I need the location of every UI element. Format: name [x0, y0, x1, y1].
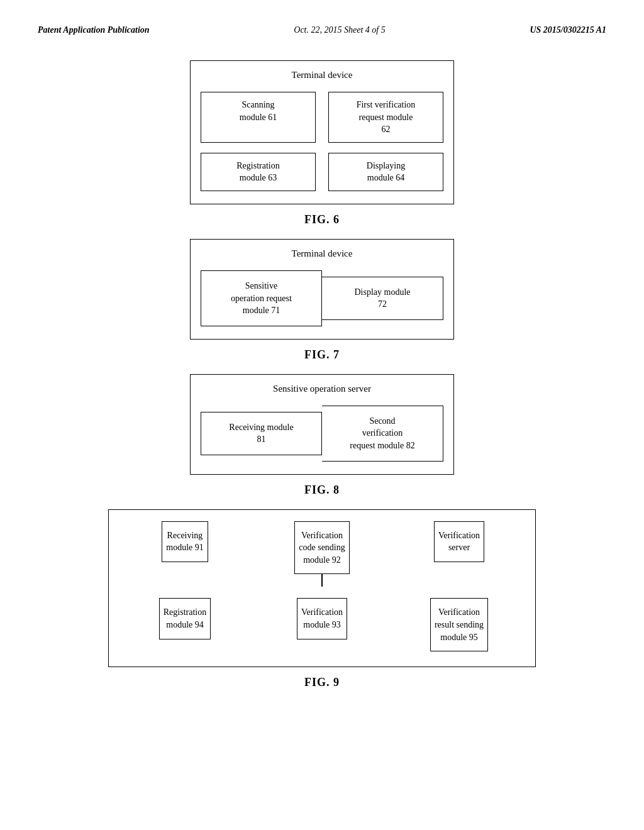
fig8-wrapper: Sensitive operation server Receiving mod… — [190, 374, 454, 497]
page: Patent Application Publication Oct. 22, … — [0, 0, 644, 830]
fig6-module-registration: Registrationmodule 63 — [201, 153, 316, 191]
fig9-col3-top: Verificationserver — [396, 521, 523, 575]
fig9-vconnector2 — [258, 574, 386, 587]
fig9-connectors — [121, 574, 523, 587]
fig6-title: Terminal device — [201, 70, 443, 80]
fig9-col2-top: Verificationcode sendingmodule 92 — [258, 521, 386, 575]
fig9-top-row: Receivingmodule 91 Verificationcode send… — [121, 521, 523, 575]
fig9-bottom-row: Registrationmodule 94 Verificationmodule… — [121, 598, 523, 651]
figures-container: Terminal device Scanningmodule 61 First … — [38, 60, 606, 695]
fig8-modules: Receiving module81 Secondverificationreq… — [201, 406, 443, 462]
fig8-module-second-verification: Secondverificationrequest module 82 — [322, 406, 443, 462]
fig9-col1-bottom: Registrationmodule 94 — [121, 598, 248, 651]
fig8-module-receiving: Receiving module81 — [201, 412, 322, 455]
fig7-label: FIG. 7 — [304, 348, 340, 362]
fig9-rows: Receivingmodule 91 Verificationcode send… — [121, 521, 523, 652]
header-left: Patent Application Publication — [38, 25, 150, 35]
fig7-wrapper: Terminal device Sensitiveoperation reque… — [190, 239, 454, 362]
fig8-label: FIG. 8 — [304, 484, 340, 497]
fig9-wrapper: Receivingmodule 91 Verificationcode send… — [108, 509, 536, 690]
fig9-module-vercode-sending: Verificationcode sendingmodule 92 — [294, 521, 349, 575]
fig7-module-display: Display module72 — [322, 277, 443, 320]
fig8-title: Sensitive operation server — [201, 384, 443, 394]
header-center: Oct. 22, 2015 Sheet 4 of 5 — [294, 25, 385, 35]
fig6-module-scanning: Scanningmodule 61 — [201, 92, 316, 143]
fig7-modules: Sensitiveoperation requestmodule 71 Disp… — [201, 270, 443, 326]
fig9-module-receiving91: Receivingmodule 91 — [162, 521, 208, 562]
fig7-title: Terminal device — [201, 248, 443, 259]
fig7-box: Terminal device Sensitiveoperation reque… — [190, 239, 454, 340]
fig9-spacer1 — [121, 574, 248, 587]
fig9-verification-server: Verificationserver — [434, 521, 484, 562]
fig9-spacer3 — [396, 574, 523, 587]
fig9-module-ver-result-sending: Verificationresult sendingmodule 95 — [430, 598, 488, 651]
fig6-box: Terminal device Scanningmodule 61 First … — [190, 60, 454, 204]
fig8-box: Sensitive operation server Receiving mod… — [190, 374, 454, 475]
page-header: Patent Application Publication Oct. 22, … — [38, 25, 606, 35]
fig6-module-first-verification: First verificationrequest module62 — [328, 92, 443, 143]
fig7-module-sensitive-op: Sensitiveoperation requestmodule 71 — [201, 270, 322, 326]
fig9-col2-bottom: Verificationmodule 93 — [258, 598, 386, 651]
fig9-col1-top: Receivingmodule 91 — [121, 521, 248, 575]
fig9-box: Receivingmodule 91 Verificationcode send… — [108, 509, 536, 668]
header-right: US 2015/0302215 A1 — [530, 25, 606, 35]
fig6-wrapper: Terminal device Scanningmodule 61 First … — [190, 60, 454, 226]
fig9-module-verification93: Verificationmodule 93 — [297, 598, 347, 639]
fig6-modules: Scanningmodule 61 First verificationrequ… — [201, 92, 443, 191]
fig9-label: FIG. 9 — [304, 676, 340, 689]
fig9-module-registration94: Registrationmodule 94 — [159, 598, 211, 639]
v-connector-col2 — [321, 574, 323, 587]
fig9-col3-bottom: Verificationresult sendingmodule 95 — [396, 598, 523, 651]
fig6-label: FIG. 6 — [304, 213, 340, 226]
fig6-module-displaying: Displayingmodule 64 — [328, 153, 443, 191]
